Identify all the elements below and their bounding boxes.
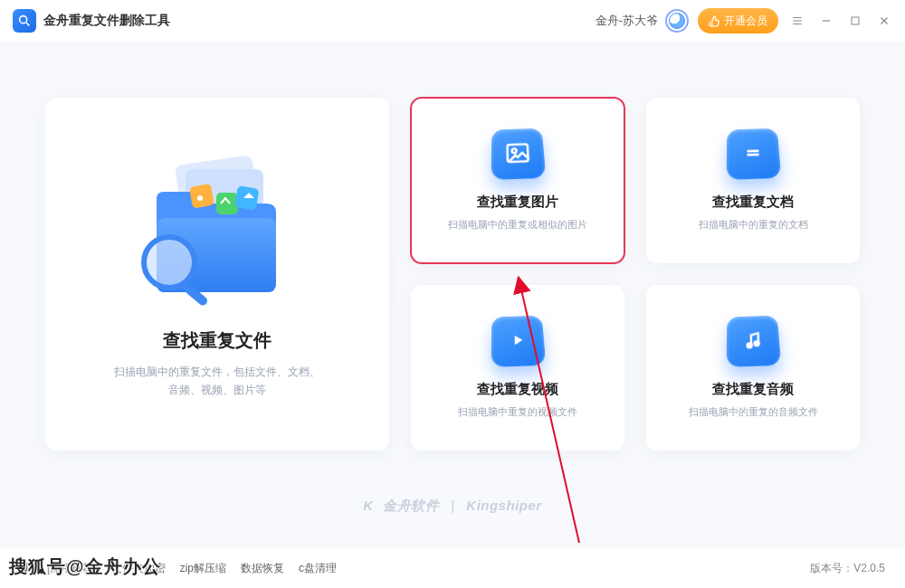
image-icon	[491, 128, 547, 179]
footer-link-data-recovery[interactable]: 数据恢复	[241, 561, 284, 576]
app-logo	[13, 9, 36, 33]
brand-mark: K 金舟软件 | Kingshiper	[0, 498, 905, 515]
svg-rect-5	[216, 193, 238, 214]
svg-rect-1	[852, 17, 859, 24]
folder-illustration	[122, 149, 312, 312]
minimize-icon	[820, 14, 833, 27]
audio-icon	[727, 315, 782, 366]
version-label: 版本号：V2.0.5	[810, 561, 885, 576]
footer-link-zip[interactable]: zip解压缩	[180, 561, 226, 576]
avatar[interactable]	[665, 9, 689, 33]
cards-grid: 查找重复图片 扫描电脑中的重复或相似的图片 查找重复文档 扫描电脑中的重复的文档…	[411, 98, 860, 450]
minimize-button[interactable]	[818, 13, 834, 29]
svg-point-7	[197, 195, 203, 201]
card-title: 查找重复图片	[477, 194, 558, 211]
close-button[interactable]	[876, 13, 892, 29]
svg-point-0	[20, 16, 27, 24]
card-subtitle: 扫描电脑中的重复或相似的图片	[448, 218, 587, 232]
footer-link-c-clean[interactable]: c盘清理	[299, 561, 337, 576]
menu-button[interactable]	[789, 13, 805, 29]
content: 查找重复文件 扫描电脑中的重复文件，包括文件、文档、 音频、视频、图片等 查找重…	[0, 42, 905, 530]
card-find-duplicate-videos[interactable]: 查找重复视频 扫描电脑中重复的视频文件	[411, 285, 624, 450]
thumb-up-icon	[709, 15, 720, 27]
svg-marker-14	[515, 335, 523, 345]
main-card-find-duplicate-files[interactable]: 查找重复文件 扫描电脑中的重复文件，包括文件、文档、 音频、视频、图片等	[45, 98, 389, 450]
close-icon	[878, 14, 891, 27]
menu-icon	[791, 14, 804, 27]
svg-point-16	[755, 341, 759, 346]
brand-en: Kingshiper	[466, 498, 541, 513]
titlebar: 金舟重复文件删除工具 金舟-苏大爷 开通会员	[0, 0, 905, 42]
app-title: 金舟重复文件删除工具	[43, 13, 170, 29]
card-find-duplicate-documents[interactable]: 查找重复文档 扫描电脑中的重复的文档	[646, 98, 860, 263]
card-title: 查找重复音频	[712, 381, 794, 398]
brand-cn: 金舟软件	[383, 498, 439, 513]
main-card-title: 查找重复文件	[163, 328, 272, 353]
user-name[interactable]: 金舟-苏大爷	[595, 13, 658, 29]
vip-button[interactable]: 开通会员	[698, 8, 778, 33]
main-card-subtitle: 扫描电脑中的重复文件，包括文件、文档、 音频、视频、图片等	[114, 364, 320, 398]
card-find-duplicate-audio[interactable]: 查找重复音频 扫描电脑中的重复的音频文件	[646, 285, 860, 450]
card-find-duplicate-images[interactable]: 查找重复图片 扫描电脑中的重复或相似的图片	[411, 98, 624, 263]
svg-point-15	[748, 343, 752, 347]
window-controls	[789, 13, 892, 29]
card-subtitle: 扫描电脑中的重复的文档	[699, 218, 808, 232]
card-subtitle: 扫描电脑中的重复的音频文件	[689, 405, 818, 419]
svg-point-13	[512, 148, 517, 153]
video-icon	[491, 315, 547, 366]
maximize-icon	[850, 15, 861, 26]
card-title: 查找重复视频	[477, 381, 558, 398]
doc-icon	[727, 128, 782, 179]
card-title: 查找重复文档	[712, 194, 794, 211]
maximize-button[interactable]	[847, 13, 863, 29]
vip-label: 开通会员	[724, 14, 767, 29]
watermark: 搜狐号@金舟办公	[9, 555, 161, 579]
card-subtitle: 扫描电脑中重复的视频文件	[458, 405, 577, 419]
